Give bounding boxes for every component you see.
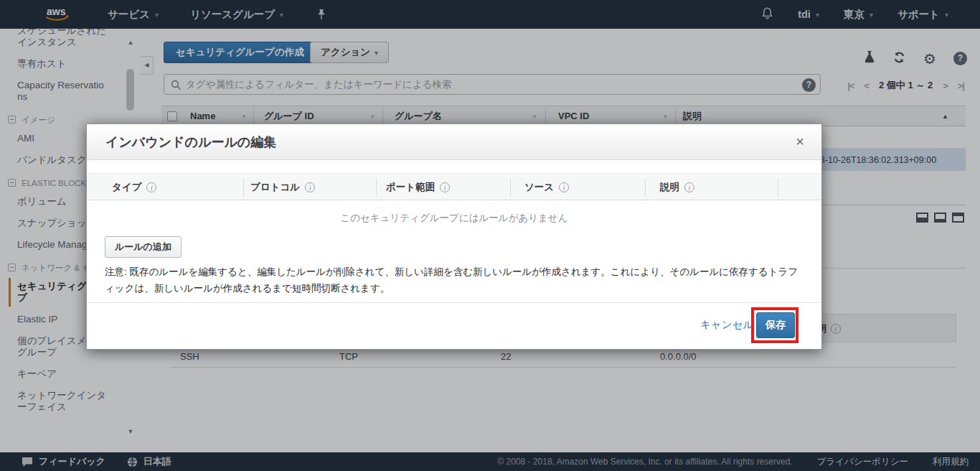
modal-column-port-range: ポート範囲i bbox=[386, 174, 450, 201]
cancel-button[interactable]: キャンセル bbox=[700, 318, 753, 332]
modal-rules-table-header: タイプi プロトコルi ポート範囲i ソースi 説明i bbox=[87, 173, 821, 200]
modal-column-source: ソースi bbox=[524, 174, 569, 201]
column-separator bbox=[645, 179, 646, 196]
modal-column-protocol: プロトコルi bbox=[250, 174, 315, 201]
close-icon[interactable]: × bbox=[796, 134, 804, 149]
modal-title: インバウンドのルールの編集 bbox=[105, 124, 276, 160]
column-separator bbox=[243, 179, 244, 196]
info-icon[interactable]: i bbox=[146, 182, 156, 192]
modal-header: インバウンドのルールの編集 × bbox=[87, 124, 821, 160]
aws-console-screen: aws サービス ▾ リソースグループ ▾ bbox=[0, 0, 980, 471]
info-icon[interactable]: i bbox=[559, 182, 569, 192]
column-separator bbox=[778, 179, 778, 196]
add-rule-button[interactable]: ルールの追加 bbox=[105, 236, 182, 258]
info-icon[interactable]: i bbox=[440, 182, 450, 192]
modal-warning-note: 注意: 既存のルールを編集すると、編集したルールが削除されて、新しい詳細を含む新… bbox=[105, 264, 806, 297]
edit-inbound-rules-modal: インバウンドのルールの編集 × タイプi プロトコルi ポート範囲i ソースi … bbox=[86, 123, 822, 350]
save-button[interactable]: 保存 bbox=[756, 312, 795, 338]
modal-footer-divider bbox=[87, 302, 821, 303]
info-icon[interactable]: i bbox=[684, 182, 694, 192]
info-icon[interactable]: i bbox=[305, 182, 315, 192]
modal-column-type: タイプi bbox=[112, 174, 156, 201]
no-rules-message: このセキュリティグループにはルールがありません bbox=[87, 212, 821, 225]
column-separator bbox=[510, 179, 511, 196]
column-separator bbox=[376, 179, 377, 196]
modal-column-description: 説明i bbox=[660, 174, 694, 201]
